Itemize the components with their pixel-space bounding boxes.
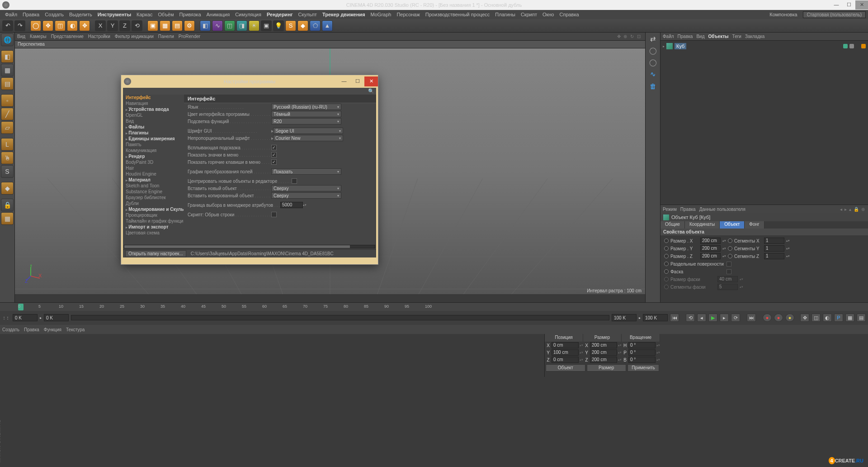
size-x-coord-input[interactable]: 200 cm [590,342,617,348]
prev-key-button[interactable]: ⟲ [686,314,695,322]
menu-Симуляция[interactable]: Симуляция [232,12,264,17]
prefs-cat-Файлы[interactable]: Файлы [123,124,184,130]
goto-end-button[interactable]: ⏭ [747,314,756,322]
attr-menu-Данные пользователя[interactable]: Данные пользователя [699,207,745,212]
menu-Правка[interactable]: Правка [20,12,42,17]
tweak-mode-button[interactable]: 🖱 [1,152,14,164]
menu-Трекер движения[interactable]: Трекер движения [320,12,368,17]
frame-end-input[interactable]: 100 K [612,314,637,321]
objmgr-menu-Файл[interactable]: Файл [663,34,674,39]
prefs-category-tree[interactable]: ИнтерфейсНавигацияУстройства вводаOpenGL… [123,95,184,244]
menu-Рендеринг[interactable]: Рендеринг [264,12,296,17]
pos-x-input[interactable]: 0 cm [552,342,579,348]
menu-icons-checkbox[interactable] [271,152,277,157]
axis-z-button[interactable]: Z [119,20,130,31]
visibility-editor-flag[interactable] [843,44,848,48]
separate-surfaces-checkbox[interactable] [726,262,731,267]
frame-max-input[interactable]: 100 K [643,314,668,321]
deformer-button[interactable]: ◨ [236,20,247,31]
snap-button[interactable]: S [1,165,14,178]
menu-hotkeys-checkbox[interactable] [271,159,277,165]
view-menu-Вид[interactable]: Вид [17,34,25,39]
prefs-cat-BodyPaint 3D[interactable]: BodyPaint 3D [123,159,184,165]
open-prefs-folder-button[interactable]: Открыть папку настроек... [125,250,186,257]
prefs-cat-Цветовая схема[interactable]: Цветовая схема [123,230,184,236]
objmgr-menu-Вид[interactable]: Вид [696,34,704,39]
mat-menu-Функция[interactable]: Функция [44,327,61,332]
menu-Файл[interactable]: Файл [2,12,20,17]
autokey-button[interactable]: ● [774,314,783,322]
prefs-cat-Устройства ввода[interactable]: Устройства ввода [123,106,184,112]
texture-mode-button[interactable]: ▦ [1,64,14,76]
axis-mode-button[interactable]: L [1,138,14,151]
insert-new-select[interactable]: Сверху [271,185,341,191]
prefs-cat-Sketch and Toon[interactable]: Sketch and Toon [123,183,184,189]
trash-icon[interactable]: 🗑 [646,81,659,91]
prev-frame-button[interactable]: ◂ [697,314,706,322]
coord-mode-select[interactable]: Объект [546,364,585,372]
center-new-checkbox[interactable] [292,178,297,184]
key-all-button[interactable]: ▦ [845,314,854,322]
frame-start-input[interactable]: 0 K [13,314,38,321]
edge-mode-button[interactable]: ╱ [1,108,14,120]
mat-menu-Правка[interactable]: Правка [24,327,39,332]
objmgr-menu-Закладка[interactable]: Закладка [745,34,764,39]
menu-Плагины[interactable]: Плагины [492,12,518,17]
prefs-cat-Плагины[interactable]: Плагины [123,130,184,136]
dialog-maximize-button[interactable]: ☐ [351,76,364,86]
spline-icon[interactable]: ∿ [646,69,659,80]
seg-z-input[interactable]: 1 [764,253,784,259]
layout-label[interactable]: Компоновка [767,12,800,17]
attr-limit-input[interactable]: 5000 [280,202,303,208]
prefs-cat-Таймлайн и график функци[interactable]: Таймлайн и график функци [123,218,184,224]
axis-x-button[interactable]: X [95,20,106,31]
color-scheme-select[interactable]: Тёмный [271,111,341,117]
prefs-cat-Память[interactable]: Память [123,142,184,148]
record-button[interactable]: ● [763,314,772,322]
script-wrap-checkbox[interactable] [271,212,277,217]
environment-button[interactable]: ☀ [249,20,259,31]
prefs-cat-Substance Engine[interactable]: Substance Engine [123,189,184,195]
menu-Скульпт[interactable]: Скульпт [296,12,320,17]
prefs-cat-Дубли[interactable]: Дубли [123,200,184,206]
seg-x-input[interactable]: 1 [764,238,784,244]
prefs-cat-Проецировщик[interactable]: Проецировщик [123,212,184,218]
spline-button[interactable]: ∿ [212,20,223,31]
phong-tag-icon[interactable] [861,44,866,48]
menu-Каркас[interactable]: Каркас [134,12,155,17]
attr-tab-Координаты[interactable]: Координаты [685,221,720,229]
prefs-cat-Моделирование и Скульпт[interactable]: Моделирование и Скульпт [123,206,184,212]
cube-primitive-button[interactable]: ◧ [200,20,211,31]
motion-tracker-button[interactable]: ◆ [297,20,308,31]
lock-button[interactable]: 🔒 [1,199,14,211]
tooltip-checkbox[interactable] [271,145,277,150]
insert-copy-select[interactable]: Сверху [271,192,341,199]
mat-menu-Текстура[interactable]: Текстура [66,327,85,332]
attr-tab-Общие[interactable]: Общие [660,221,685,229]
language-select[interactable]: Русский (Russian) (ru-RU) [271,104,341,110]
key-selection-button[interactable]: ● [785,314,794,322]
view-menu-Панели[interactable]: Панели [158,34,174,39]
menu-Окно[interactable]: Окно [540,12,557,17]
menu-Скрипт[interactable]: Скрипт [518,12,540,17]
character-button[interactable]: ⬠ [310,20,321,31]
attr-lock-icon[interactable]: 🔒 [853,207,860,212]
render-region-button[interactable]: ▦ [160,20,170,31]
minimize-button[interactable]: — [830,0,843,10]
objmgr-menu-Объекты[interactable]: Объекты [708,34,728,39]
coord-apply-button[interactable]: Применить [627,364,659,372]
attr-menu-Режим[interactable]: Режим [663,207,677,212]
menu-Выделить[interactable]: Выделить [66,12,95,17]
menu-Инструменты[interactable]: Инструменты [95,12,134,17]
workplane-button[interactable]: ▤ [1,77,14,90]
prefs-cat-Hair[interactable]: Hair [123,165,184,171]
menu-Персонаж[interactable]: Персонаж [394,12,422,17]
view-menu-Настройки[interactable]: Настройки [88,34,110,39]
fcurve-button[interactable]: ▤ [857,314,866,322]
dialog-close-button[interactable]: ✕ [364,76,378,86]
camera-button[interactable]: ▣ [261,20,272,31]
object-mode-button[interactable]: ◧ [1,50,14,63]
light-button[interactable]: 💡 [273,20,284,31]
last-tool[interactable]: ✥ [79,20,90,31]
prefs-cat-Навигация[interactable]: Навигация [123,100,184,106]
